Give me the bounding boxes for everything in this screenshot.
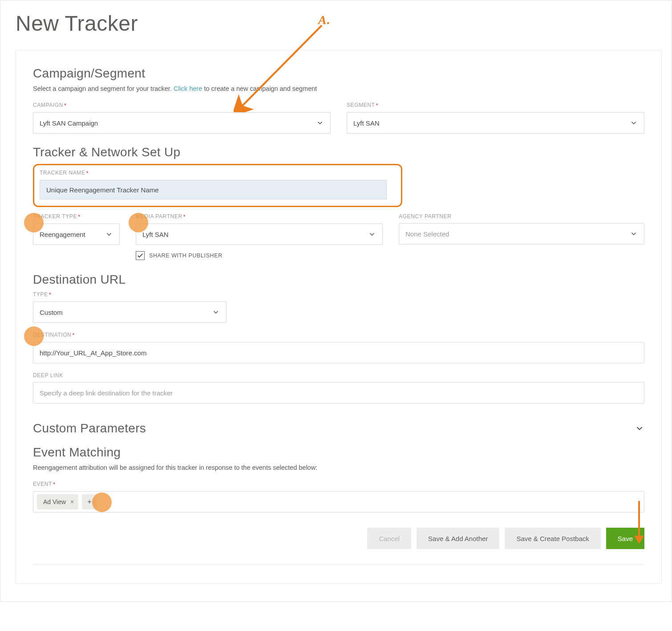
chevron-down-icon [212, 308, 220, 316]
custom-params-title: Custom Parameters [33, 421, 146, 436]
chevron-down-icon [105, 230, 113, 238]
deep-link-label: DEEP LINK [33, 372, 644, 379]
campaign-select-value: Lyft SAN Campaign [40, 119, 98, 127]
event-section-subtitle: Reengagement attribution will be assigne… [33, 464, 644, 471]
media-partner-select[interactable]: Lyft SAN [136, 224, 383, 245]
destination-section-title: Destination URL [33, 273, 644, 287]
event-label: EVENT* [33, 481, 644, 488]
share-publisher-label: SHARE WITH PUBLISHER [149, 252, 223, 259]
create-campaign-link[interactable]: Click here [174, 85, 202, 92]
event-chip-value: Ad View [43, 498, 66, 505]
destination-input[interactable] [33, 342, 644, 363]
event-section-title: Event Matching [33, 445, 644, 460]
event-add-chip[interactable]: + [82, 494, 97, 509]
media-partner-value: Lyft SAN [142, 231, 169, 238]
chevron-down-icon[interactable] [635, 423, 644, 433]
segment-label: SEGMENT* [347, 102, 644, 109]
footer-divider [33, 564, 644, 567]
tracker-name-label: TRACKER NAME* [40, 170, 396, 176]
chevron-down-icon [630, 119, 638, 127]
campaign-subtitle-pre: Select a campaign and segment for your t… [33, 85, 174, 92]
campaign-select[interactable]: Lyft SAN Campaign [33, 112, 331, 134]
agency-partner-select[interactable]: None Selected [399, 223, 644, 244]
segment-select[interactable]: Lyft SAN [347, 112, 644, 134]
campaign-section-title: Campaign/Segment [33, 66, 644, 81]
destination-type-value: Custom [40, 309, 63, 316]
destination-type-select[interactable]: Custom [33, 301, 227, 323]
cancel-button[interactable]: Cancel [367, 528, 411, 549]
destination-label: DESTINATION* [33, 332, 644, 338]
save-button[interactable]: Save [606, 528, 644, 549]
chevron-down-icon [630, 230, 638, 238]
chevron-down-icon [316, 119, 324, 127]
deep-link-input[interactable] [33, 382, 644, 403]
agency-partner-label: AGENCY PARTNER [399, 213, 644, 220]
tracker-type-label: TRACKER TYPE* [33, 213, 120, 220]
chip-remove-icon[interactable]: × [70, 498, 74, 505]
segment-select-value: Lyft SAN [353, 119, 380, 127]
save-create-postback-button[interactable]: Save & Create Postback [505, 528, 600, 549]
event-chip-input[interactable]: Ad View × + [33, 491, 644, 513]
chevron-down-icon [368, 230, 376, 238]
check-icon [137, 252, 144, 259]
destination-type-label: TYPE* [33, 291, 644, 298]
annotation-a-label: A. [318, 13, 331, 27]
media-partner-label: MEDIA PARTNER* [136, 213, 383, 220]
campaign-subtitle-post: to create a new campaign and segment [202, 85, 317, 92]
campaign-section-subtitle: Select a campaign and segment for your t… [33, 85, 644, 92]
tracker-type-value: Reengagement [40, 231, 85, 238]
tracker-type-select[interactable]: Reengagement [33, 224, 120, 245]
share-publisher-checkbox[interactable] [136, 251, 145, 260]
tracker-name-highlight: TRACKER NAME* [33, 164, 402, 207]
tracker-name-input[interactable] [40, 180, 387, 199]
save-add-another-button[interactable]: Save & Add Another [417, 528, 499, 549]
plus-icon: + [87, 498, 91, 506]
tracker-section-title: Tracker & Network Set Up [33, 145, 644, 159]
event-chip: Ad View × [37, 494, 78, 509]
page-title: New Tracker [16, 11, 662, 36]
agency-partner-value: None Selected [405, 230, 449, 238]
campaign-label: CAMPAIGN* [33, 102, 331, 109]
